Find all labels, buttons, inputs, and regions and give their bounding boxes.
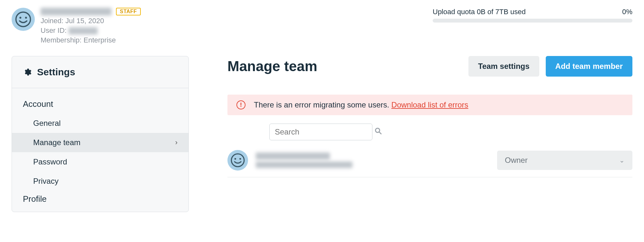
layout: Settings Account General Manage team › P… [12, 56, 632, 212]
sidebar-section-account: Account General Manage team › Password P… [12, 88, 188, 212]
userid-label: User ID: [41, 26, 67, 34]
member-email-redacted [256, 162, 352, 168]
svg-point-5 [231, 154, 244, 167]
user-name-redacted [41, 8, 111, 15]
sidebar-item-password[interactable]: Password [12, 152, 188, 172]
sidebar-group-account[interactable]: Account [12, 96, 188, 114]
sidebar-title: Settings [37, 67, 75, 78]
header-right: Upload quota 0B of 7TB used 0% [433, 8, 632, 23]
alert-icon: ! [236, 100, 245, 109]
staff-badge: STAFF [116, 8, 141, 15]
joined-label: Joined: Jul 15, 2020 [41, 17, 141, 25]
page-head: Manage team Team settings Add team membe… [227, 56, 632, 77]
sidebar-item-label: Privacy [33, 177, 59, 186]
main-content: Manage team Team settings Add team membe… [227, 56, 632, 177]
user-meta: STAFF Joined: Jul 15, 2020 User ID: Memb… [41, 8, 141, 44]
page-header: STAFF Joined: Jul 15, 2020 User ID: Memb… [12, 8, 632, 44]
sidebar-header: Settings [12, 56, 188, 88]
user-id-redacted [69, 27, 98, 34]
search-box[interactable] [269, 124, 372, 140]
alert-text: There is an error migrating some users. … [254, 100, 468, 109]
page-title: Manage team [227, 58, 317, 74]
svg-line-4 [379, 132, 381, 134]
member-name-redacted [256, 153, 330, 160]
user-name-row: STAFF [41, 8, 141, 15]
add-team-member-button[interactable]: Add team member [546, 56, 632, 77]
member-info [256, 153, 489, 168]
search-input[interactable] [275, 127, 371, 136]
member-avatar [227, 150, 248, 171]
sidebar: Settings Account General Manage team › P… [12, 56, 189, 212]
quota-text: Upload quota 0B of 7TB used [433, 8, 526, 16]
userid-row: User ID: [41, 26, 141, 35]
role-value: Owner [505, 156, 528, 165]
member-row: Owner ⌄ [227, 147, 632, 177]
smiley-icon [15, 11, 31, 27]
header-left: STAFF Joined: Jul 15, 2020 User ID: Memb… [12, 8, 141, 44]
sidebar-item-general[interactable]: General [12, 114, 188, 133]
svg-point-0 [16, 12, 31, 27]
quota-bar [433, 19, 632, 23]
alert-message: There is an error migrating some users. [254, 100, 391, 109]
chevron-down-icon: ⌄ [619, 156, 625, 164]
sidebar-item-label: Password [33, 157, 67, 166]
search-row [227, 124, 632, 140]
quota-row: Upload quota 0B of 7TB used 0% [433, 8, 632, 16]
sidebar-item-label: Manage team [33, 138, 81, 147]
sidebar-group-profile[interactable]: Profile [12, 191, 188, 209]
sidebar-item-privacy[interactable]: Privacy [12, 172, 188, 191]
svg-point-7 [239, 158, 241, 160]
button-row: Team settings Add team member [468, 56, 632, 77]
user-avatar [12, 8, 35, 31]
search-icon[interactable] [374, 127, 382, 137]
svg-point-1 [19, 17, 21, 19]
quota-pct: 0% [622, 8, 632, 16]
membership-label: Membership: Enterprise [41, 36, 141, 44]
sidebar-item-manage-team[interactable]: Manage team › [12, 133, 188, 152]
download-errors-link[interactable]: Download list of errors [391, 100, 468, 109]
gear-icon [23, 68, 32, 77]
error-alert: ! There is an error migrating some users… [227, 95, 632, 115]
svg-point-2 [25, 17, 27, 19]
smiley-icon [231, 153, 245, 167]
chevron-right-icon: › [175, 138, 178, 147]
svg-point-6 [235, 158, 236, 160]
role-select[interactable]: Owner ⌄ [497, 151, 632, 170]
sidebar-item-label: General [33, 119, 61, 128]
team-settings-button[interactable]: Team settings [468, 56, 539, 77]
